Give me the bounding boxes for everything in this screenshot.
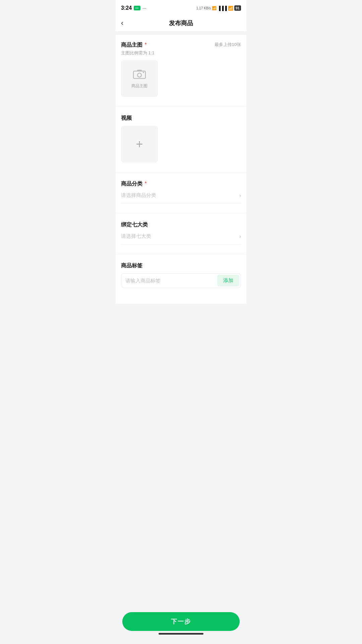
plus-icon: + bbox=[136, 138, 143, 150]
back-button[interactable]: ‹ bbox=[121, 19, 123, 27]
video-upload-box[interactable]: + bbox=[121, 126, 158, 163]
divider-2 bbox=[116, 172, 246, 172]
section-main-image: 商品主图 * 最多上传10张 主图比例需为 1:1 商品主图 bbox=[121, 42, 241, 97]
section-category-title-group: 商品分类 * bbox=[121, 180, 241, 187]
main-content: 商品主图 * 最多上传10张 主图比例需为 1:1 商品主图 视频 + bbox=[116, 35, 246, 304]
dots-icon: ··· bbox=[142, 5, 146, 11]
battery-indicator: 91 bbox=[234, 5, 241, 11]
svg-rect-4 bbox=[137, 70, 142, 71]
status-time: 3:24 bbox=[121, 5, 132, 11]
status-right: 1.17 KB/s 📶 ▐▐▐ 📶 91 bbox=[196, 5, 241, 11]
bluetooth-icon: 📶 bbox=[212, 6, 217, 10]
upload-box-label: 商品主图 bbox=[131, 83, 147, 89]
divider-3 bbox=[116, 213, 246, 213]
section-main-image-title-group: 商品主图 * bbox=[121, 42, 147, 49]
svg-point-5 bbox=[143, 72, 144, 73]
svg-point-1 bbox=[137, 8, 138, 9]
big-category-placeholder: 请选择七大类 bbox=[121, 233, 151, 239]
section-category-title: 商品分类 bbox=[121, 181, 142, 186]
section-tags: 商品标签 添加 bbox=[121, 262, 241, 288]
status-bar: 3:24 ··· 1.17 KB/s 📶 ▐▐▐ 📶 91 bbox=[116, 0, 246, 15]
gray-area bbox=[116, 307, 246, 347]
category-placeholder: 请选择商品分类 bbox=[121, 192, 156, 199]
required-mark-image: * bbox=[144, 42, 146, 48]
required-mark-category: * bbox=[144, 181, 146, 186]
camera-icon bbox=[133, 68, 146, 80]
big-category-select-row[interactable]: 请选择七大类 › bbox=[121, 228, 241, 245]
wechat-icon bbox=[134, 6, 140, 10]
tag-input-row: 添加 bbox=[121, 273, 241, 288]
svg-point-3 bbox=[137, 73, 141, 77]
wifi-icon: 📶 bbox=[228, 6, 233, 11]
svg-point-0 bbox=[136, 8, 137, 9]
tag-add-button[interactable]: 添加 bbox=[217, 275, 239, 286]
category-select-row[interactable]: 请选择商品分类 › bbox=[121, 187, 241, 204]
divider-1 bbox=[116, 106, 246, 107]
section-big-category-title: 绑定七大类 bbox=[121, 221, 241, 228]
signal-icon: ▐▐▐ bbox=[218, 6, 227, 11]
section-video-title: 视频 bbox=[121, 115, 241, 122]
page-title: 发布商品 bbox=[169, 19, 193, 27]
section-main-image-header: 商品主图 * 最多上传10张 bbox=[121, 42, 241, 49]
section-big-category: 绑定七大类 请选择七大类 › bbox=[121, 221, 241, 245]
chevron-right-icon-2: › bbox=[239, 233, 241, 239]
network-speed: 1.17 KB/s bbox=[196, 6, 211, 10]
upload-limit: 最多上传10张 bbox=[215, 42, 241, 48]
image-hint: 主图比例需为 1:1 bbox=[121, 50, 241, 56]
nav-bar: ‹ 发布商品 bbox=[116, 15, 246, 32]
section-main-image-title: 商品主图 bbox=[121, 42, 142, 48]
divider-4 bbox=[116, 254, 246, 254]
chevron-right-icon: › bbox=[239, 193, 241, 199]
section-tags-title: 商品标签 bbox=[121, 262, 241, 269]
tag-input[interactable] bbox=[125, 274, 214, 287]
section-video: 视频 + bbox=[121, 115, 241, 163]
section-category: 商品分类 * 请选择商品分类 › bbox=[121, 180, 241, 204]
image-upload-box[interactable]: 商品主图 bbox=[121, 60, 158, 97]
